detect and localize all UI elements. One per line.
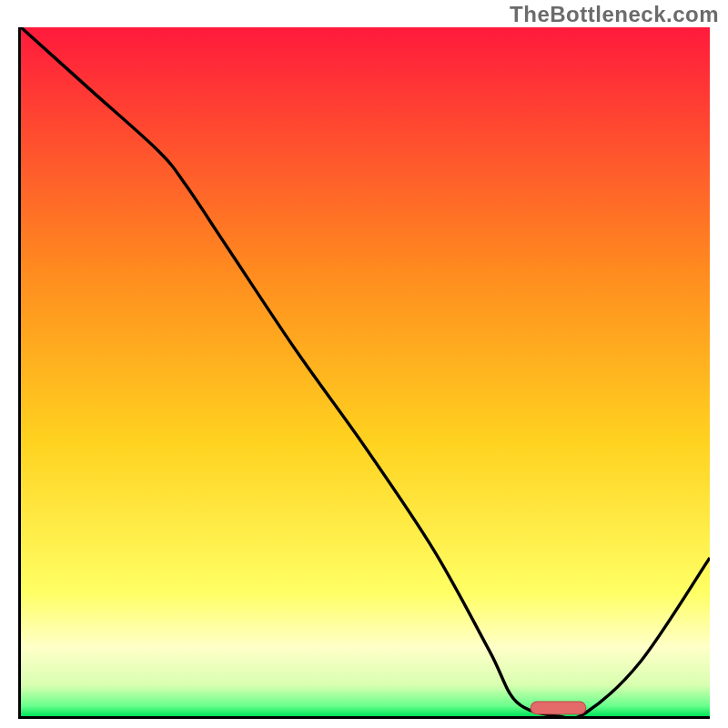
- watermark-label: TheBottleneck.com: [510, 2, 719, 27]
- plot-area: [18, 27, 710, 719]
- chart-root: TheBottleneck.com: [0, 0, 728, 728]
- gradient-background: [21, 27, 710, 716]
- plot-svg: [21, 27, 710, 716]
- optimal-marker: [531, 702, 586, 714]
